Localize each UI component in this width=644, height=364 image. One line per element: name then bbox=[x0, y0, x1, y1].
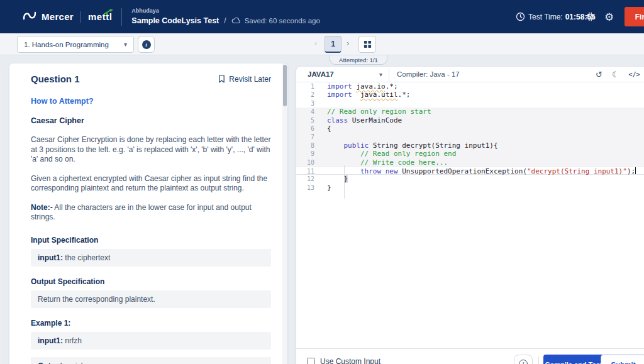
code-line[interactable]: 6{ bbox=[296, 124, 644, 133]
code-text: import java.util.*; bbox=[321, 91, 410, 99]
app-header: Mercer mettl Abhudaya Sample CodeLysis T… bbox=[0, 0, 644, 33]
question-note: Note:- All the characters are in the low… bbox=[31, 203, 271, 223]
code-line[interactable]: 8 public String decrypt(String input1){ bbox=[296, 141, 644, 150]
org-name: Abhudaya bbox=[131, 8, 319, 14]
code-line[interactable]: 11 throw new UnsupportedOperationExcepti… bbox=[296, 167, 644, 175]
test-name: Sample CodeLysis Test bbox=[131, 16, 219, 25]
compile-info-button[interactable]: i bbox=[514, 355, 533, 364]
code-line[interactable]: 10 // Write code here... bbox=[296, 158, 644, 167]
text-cursor bbox=[635, 167, 636, 174]
code-text: public String decrypt(String input1){ bbox=[321, 141, 498, 150]
code-text: // Write code here... bbox=[321, 158, 448, 167]
custom-input-checkbox[interactable] bbox=[307, 358, 315, 364]
editor-panel: JAVA17 ▾ Compiler: Java - 17 ↺ ☾ </> 1im… bbox=[296, 66, 644, 364]
note-label: Note:- bbox=[31, 203, 53, 212]
footer-divider bbox=[538, 356, 539, 364]
question-page-1[interactable]: 1 bbox=[325, 36, 341, 53]
question-palette-button[interactable] bbox=[358, 36, 376, 53]
mettl-growth-icon bbox=[103, 7, 114, 18]
example-output-value: quick bbox=[65, 361, 84, 364]
info-icon: i bbox=[142, 40, 151, 49]
test-context: Abhudaya Sample CodeLysis Test / Saved: … bbox=[131, 8, 319, 26]
brand-divider bbox=[80, 11, 81, 23]
submit-button[interactable]: Submit bbox=[601, 355, 644, 364]
code-line[interactable]: 13} bbox=[296, 184, 644, 192]
output-spec-box: Return the corresponding plaintext. bbox=[31, 290, 271, 308]
gear-icon[interactable]: ⚙ bbox=[604, 0, 614, 33]
code-text bbox=[321, 133, 327, 141]
code-text: { bbox=[321, 124, 331, 133]
editor-footer: Use Custom Input i Compile and Test Subm… bbox=[296, 348, 644, 364]
example-output-box: Output: quick bbox=[31, 357, 271, 364]
line-number: 13 bbox=[296, 184, 321, 192]
line-number: 2 bbox=[296, 91, 321, 99]
input-spec-box: input1: the ciphertext bbox=[31, 249, 271, 267]
finish-test-button[interactable]: Finish Test bbox=[625, 7, 644, 26]
section-dropdown[interactable]: 1. Hands-on Programming ▾ bbox=[17, 36, 134, 53]
line-number: 9 bbox=[296, 150, 321, 158]
saved-status: Saved: 60 seconds ago bbox=[245, 17, 320, 25]
code-text: // Read only region start bbox=[321, 108, 431, 116]
code-line[interactable]: 7 bbox=[296, 133, 644, 141]
code-line[interactable]: 4// Read only region start bbox=[296, 108, 644, 116]
code-line[interactable]: 2import java.util.*; bbox=[296, 91, 644, 99]
example-input-value: nrfzh bbox=[63, 336, 82, 345]
next-question-button[interactable]: › bbox=[347, 38, 349, 48]
code-text: throw new UnsupportedOperationException(… bbox=[321, 167, 636, 174]
question-panel: Question 1 Revisit Later How to Attempt?… bbox=[9, 63, 288, 364]
cloud-save-icon bbox=[231, 15, 241, 26]
code-text: class UserMainCode bbox=[321, 116, 402, 124]
example-output-label: Output: bbox=[38, 361, 65, 364]
line-number: 12 bbox=[296, 175, 321, 183]
example-input-box: input1: nrfzh bbox=[31, 332, 271, 350]
code-format-icon[interactable]: </> bbox=[629, 71, 640, 78]
question-scrollbar-thumb[interactable] bbox=[283, 65, 287, 106]
line-number: 3 bbox=[296, 99, 321, 108]
compiler-label: Compiler: Java - 17 bbox=[397, 70, 460, 78]
bookmark-icon bbox=[218, 75, 225, 83]
prev-question-button[interactable]: ‹ bbox=[314, 38, 317, 48]
question-scrollbar bbox=[282, 63, 287, 364]
code-text: } bbox=[321, 184, 331, 192]
code-line[interactable]: 1import java.io.*; bbox=[296, 82, 644, 91]
breadcrumb-separator: / bbox=[224, 16, 226, 25]
brand-mercer: Mercer bbox=[42, 11, 74, 22]
grid-icon bbox=[364, 40, 372, 48]
line-number: 7 bbox=[296, 133, 321, 141]
input1-label: input1: bbox=[38, 253, 63, 262]
code-line[interactable]: 12 } bbox=[296, 175, 644, 183]
toolbar: 1. Hands-on Programming ▾ i ‹ 1 › bbox=[0, 33, 644, 55]
section-info-button[interactable]: i bbox=[138, 36, 155, 53]
compile-and-test-button[interactable]: Compile and Test bbox=[543, 355, 604, 364]
code-line[interactable]: 3 bbox=[296, 99, 644, 108]
language-dropdown[interactable]: JAVA17 ▾ bbox=[296, 67, 389, 82]
dark-mode-icon[interactable]: ☾ bbox=[612, 70, 619, 79]
example-input-label: input1: bbox=[38, 336, 63, 345]
code-line[interactable]: 5class UserMainCode bbox=[296, 116, 644, 124]
fit-screen-icon[interactable] bbox=[585, 0, 596, 33]
code-lines: 1import java.io.*;2import java.util.*;34… bbox=[296, 82, 644, 192]
reset-history-icon[interactable]: ↺ bbox=[596, 70, 602, 79]
code-line[interactable]: 9 // Read only region end bbox=[296, 150, 644, 158]
example-heading: Example 1: bbox=[31, 319, 271, 328]
question-paragraph: Caesar Cipher Encryption is done by repl… bbox=[31, 135, 271, 165]
language-value: JAVA17 bbox=[308, 70, 379, 78]
indent-guide bbox=[344, 165, 345, 199]
code-text: import java.io.*; bbox=[321, 82, 398, 91]
code-text bbox=[321, 99, 327, 108]
header-divider bbox=[121, 8, 122, 26]
custom-input-label: Use Custom Input bbox=[320, 357, 380, 364]
input1-value: the ciphertext bbox=[63, 253, 110, 262]
code-editor[interactable]: 1import java.io.*;2import java.util.*;34… bbox=[296, 82, 644, 348]
output-spec-heading: Output Specification bbox=[31, 277, 271, 286]
clock-icon bbox=[516, 0, 525, 33]
revisit-later-button[interactable]: Revisit Later bbox=[218, 75, 271, 84]
question-title: Question 1 bbox=[31, 74, 80, 84]
mercer-logo-icon bbox=[23, 11, 36, 23]
revisit-later-label: Revisit Later bbox=[229, 75, 271, 84]
chevron-down-icon: ▾ bbox=[124, 41, 127, 48]
question-heading: Caesar Cipher bbox=[31, 116, 271, 125]
note-text: All the characters are in the lower case… bbox=[31, 203, 252, 222]
input-spec-heading: Input Specification bbox=[31, 236, 271, 245]
how-to-attempt-link[interactable]: How to Attempt? bbox=[31, 97, 94, 106]
